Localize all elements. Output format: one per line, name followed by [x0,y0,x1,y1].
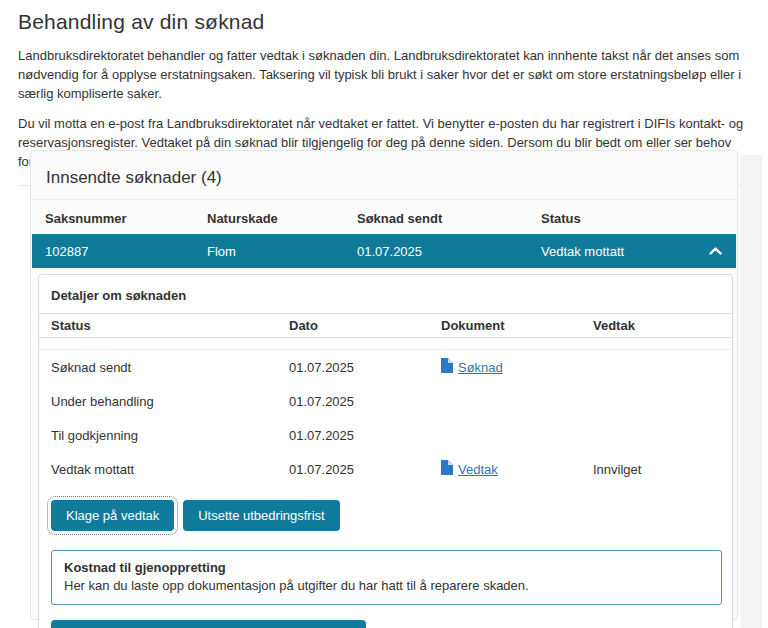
cell-dato: 01.07.2025 [289,360,441,375]
applications-heading: Innsendte søknader (4) [31,151,737,200]
cell-status: Søknad sendt [51,360,289,375]
se-vedlegg-button[interactable]: Se vedlegg og last opp dokumentasjon av … [51,620,366,628]
info-box-text: Her kan du laste opp dokumentasjon på ut… [64,578,709,593]
scrollbar-track[interactable] [741,155,762,628]
document-icon [441,460,453,478]
table-row: Vedtak mottatt 01.07.2025 Vedtak Innvilg… [39,452,732,486]
document-link-soknad[interactable]: Søknad [458,360,503,375]
column-header-vedtak: Vedtak [593,318,732,333]
cell-status: Vedtak mottatt [51,462,289,477]
details-heading: Detaljer om søknaden [39,275,732,313]
column-header-dokument: Dokument [441,318,593,333]
column-header-soknad-sendt: Søknad sendt [357,211,541,226]
table-row: Til godkjenning 01.07.2025 [39,418,732,452]
details-table-header: Status Dato Dokument Vedtak [39,313,732,338]
klage-pa-vedtak-button[interactable]: Klage på vedtak [51,500,174,531]
chevron-up-icon[interactable] [709,247,722,255]
application-details-panel: Detaljer om søknaden Status Dato Dokumen… [38,274,733,628]
table-spacer [39,338,732,350]
column-header-status: Status [541,211,737,226]
document-link-vedtak[interactable]: Vedtak [458,462,498,477]
intro-section: Behandling av din søknad Landbruksdirekt… [0,0,768,171]
cell-dokument: Søknad [441,358,593,376]
applications-card: Innsendte søknader (4) Saksnummer Naturs… [30,150,738,620]
cell-dato: 01.07.2025 [289,394,441,409]
cell-status: Under behandling [51,394,289,409]
cell-naturskade: Flom [207,244,357,259]
application-row-selected[interactable]: 102887 Flom 01.07.2025 Vedtak mottatt [32,234,736,268]
cell-vedtak: Innvilget [593,462,732,477]
page-title: Behandling av din søknad [18,10,748,34]
cell-status: Til godkjenning [51,428,289,443]
column-header-status: Status [51,318,289,333]
action-buttons: Klage på vedtak Utsette utbedringsfrist [39,486,732,531]
cell-dato: 01.07.2025 [289,462,441,477]
table-row: Søknad sendt 01.07.2025 Søknad [39,350,732,384]
column-header-dato: Dato [289,318,441,333]
cell-saksnummer: 102887 [45,244,207,259]
table-row: Under behandling 01.07.2025 [39,384,732,418]
kostnad-info-box: Kostnad til gjenoppretting Her kan du la… [51,550,722,605]
cell-soknad-sendt: 01.07.2025 [357,244,541,259]
column-header-saksnummer: Saksnummer [45,211,207,226]
applications-table-header: Saksnummer Naturskade Søknad sendt Statu… [31,202,737,234]
cell-dokument: Vedtak [441,460,593,478]
utsette-utbedringsfrist-button[interactable]: Utsette utbedringsfrist [183,500,339,531]
info-box-title: Kostnad til gjenoppretting [64,560,709,575]
cell-status: Vedtak mottatt [541,244,709,259]
upload-button-row: Se vedlegg og last opp dokumentasjon av … [39,605,732,628]
intro-paragraph: Landbruksdirektoratet behandler og fatte… [18,46,748,103]
cell-dato: 01.07.2025 [289,428,441,443]
document-icon [441,358,453,376]
column-header-naturskade: Naturskade [207,211,357,226]
